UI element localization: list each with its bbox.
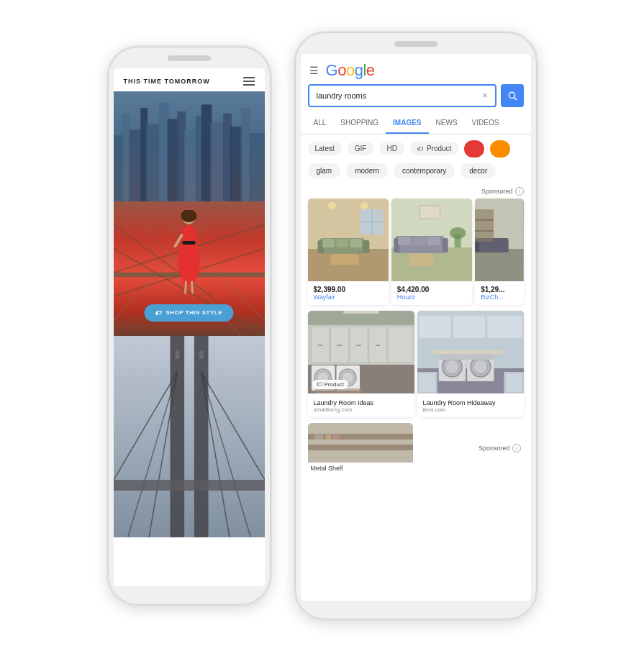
svg-rect-125 [325, 434, 331, 440]
product-store-2: Houzz [397, 293, 466, 301]
suggestion-decor[interactable]: decor [461, 163, 496, 178]
svg-line-30 [191, 282, 192, 293]
svg-rect-123 [308, 445, 413, 450]
suggestion-contemporary[interactable]: contemporary [394, 163, 455, 178]
product-info-3: $1,29... BizCh... [475, 281, 523, 305]
svg-line-29 [185, 282, 186, 293]
product-info-1: $2,399.00 Wayfair [308, 281, 389, 305]
svg-rect-78 [475, 209, 494, 242]
product-badge-1: 🏷 Product [312, 380, 349, 389]
svg-line-28 [175, 235, 181, 246]
room-image-1 [308, 199, 389, 281]
svg-rect-106 [453, 316, 485, 338]
sponsored-info-icon[interactable]: i [515, 187, 524, 196]
svg-rect-50 [363, 240, 369, 253]
google-header: ☰ Google [301, 54, 531, 84]
tab-images[interactable]: IMAGES [386, 113, 428, 134]
laundry-info-1: Laundry Room Ideas smallliving.com [308, 393, 414, 417]
product-store-3: BizCh... [481, 293, 517, 301]
bottom-sponsored-info-icon[interactable]: i [512, 444, 521, 452]
product-price-1: $2,399.00 [314, 286, 383, 293]
search-bar[interactable]: laundry rooms × [308, 84, 496, 107]
svg-point-71 [450, 227, 466, 239]
tab-all[interactable]: ALL [307, 113, 334, 134]
svg-rect-77 [475, 240, 479, 252]
svg-rect-118 [418, 373, 435, 392]
svg-rect-35 [199, 350, 203, 359]
svg-point-55 [328, 202, 336, 209]
svg-rect-66 [398, 237, 411, 245]
filter-hd[interactable]: HD [379, 142, 404, 155]
tab-videos[interactable]: VIDEOS [465, 113, 507, 134]
blog-main-image: 🏷 SHOP THIS STYLE [114, 91, 265, 336]
svg-rect-27 [182, 241, 195, 245]
phone-left: THIS TIME TOMORROW [106, 45, 272, 606]
tab-shopping[interactable]: SHOPPING [333, 113, 386, 134]
laundry-card-1[interactable]: 🏷 Product Laundry Room Ideas smallliving… [308, 311, 414, 417]
svg-rect-100 [314, 388, 360, 393]
search-icon [507, 91, 517, 101]
suggestion-modern[interactable]: modern [346, 163, 388, 178]
svg-rect-67 [412, 237, 425, 245]
editorial-grid-row2: 🏷 Product Laundry Room Ideas smallliving… [301, 311, 531, 420]
room-image-3 [475, 199, 523, 281]
product-card-houzz[interactable]: $4,420.00 Houzz [391, 199, 472, 305]
product-card-bizch[interactable]: $1,29... BizCh... [475, 199, 523, 305]
svg-rect-72 [419, 206, 440, 219]
suggestion-row: glam modern contemporary decor [301, 163, 531, 184]
search-clear-icon[interactable]: × [482, 91, 487, 101]
product-card-wayfair[interactable]: $2,399.00 Wayfair [308, 199, 389, 305]
svg-rect-99 [343, 311, 378, 314]
filter-row: Latest GIF HD 🏷 Product [301, 135, 531, 163]
svg-rect-90 [337, 345, 342, 346]
room1-svg [308, 199, 389, 281]
search-bar-row: laundry rooms × [301, 84, 531, 113]
shop-style-button[interactable]: 🏷 SHOP THIS STYLE [144, 304, 234, 322]
filter-latest[interactable]: Latest [308, 142, 342, 155]
svg-rect-32 [170, 336, 184, 537]
shopping-grid-row1: $2,399.00 Wayfair [301, 199, 531, 308]
laundry-card-2[interactable]: Laundry Room Hideaway ikea.com [417, 311, 524, 417]
filter-color-red[interactable] [464, 140, 484, 158]
laundry-label-1: Laundry Room Ideas [314, 399, 409, 406]
filter-gif[interactable]: GIF [348, 142, 374, 155]
laundry-source-1: smallliving.com [314, 406, 409, 413]
partial-label: Metal Shelf [311, 465, 410, 472]
laundry-label-2: Laundry Room Hideaway [423, 399, 518, 406]
svg-rect-42 [114, 480, 265, 491]
blog-second-image [114, 336, 265, 537]
room3-svg [475, 199, 523, 281]
shop-btn-label: SHOP THIS STYLE [166, 309, 222, 316]
filter-product[interactable]: 🏷 Product [410, 142, 458, 155]
laundry2-svg [417, 311, 524, 393]
woman-figure-svg [169, 210, 209, 296]
svg-rect-88 [388, 327, 413, 363]
sponsored-label: Sponsored i [301, 184, 531, 199]
blog-title: THIS TIME TOMORROW [124, 78, 210, 85]
hamburger-menu-icon[interactable] [243, 77, 255, 86]
svg-rect-69 [409, 253, 434, 266]
partial-thumb [308, 423, 413, 463]
svg-rect-107 [486, 316, 522, 338]
svg-rect-89 [317, 345, 322, 346]
svg-point-112 [445, 360, 459, 374]
google-menu-icon[interactable]: ☰ [309, 65, 319, 76]
svg-rect-92 [375, 345, 380, 346]
blog-header: THIS TIME TOMORROW [114, 68, 265, 91]
google-logo: Google [326, 61, 375, 80]
filter-color-orange[interactable] [490, 140, 510, 158]
product-store-1: Wayfair [314, 293, 383, 301]
laundry-image-1: 🏷 Product [308, 311, 414, 393]
svg-point-56 [360, 202, 368, 209]
search-submit-button[interactable] [501, 84, 524, 107]
svg-line-44 [514, 97, 516, 99]
product-info-2: $4,420.00 Houzz [391, 281, 472, 305]
bottom-row: Metal Shelf Sponsored i [301, 420, 531, 474]
suggestion-glam[interactable]: glam [308, 163, 341, 178]
tab-news[interactable]: NEWS [429, 113, 465, 134]
phone-left-screen: THIS TIME TOMORROW [114, 68, 265, 586]
svg-rect-65 [443, 238, 448, 252]
search-query-text: laundry rooms [317, 91, 367, 100]
room2-svg [391, 199, 472, 281]
product-price-2: $4,420.00 [397, 286, 466, 293]
